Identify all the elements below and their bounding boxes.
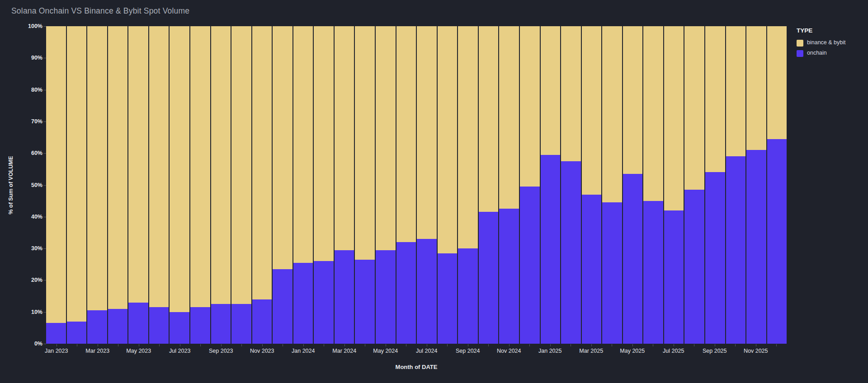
bar-segment-binance-bybit[interactable] <box>108 26 128 309</box>
bar-segment-binance-bybit[interactable] <box>128 26 148 303</box>
bar-segment-onchain[interactable] <box>211 304 231 344</box>
bar-nov-2025[interactable] <box>745 26 766 344</box>
bar-segment-onchain[interactable] <box>128 303 148 344</box>
bar-segment-onchain[interactable] <box>335 250 354 344</box>
bar-segment-binance-bybit[interactable] <box>67 26 87 322</box>
bar-mar-2023[interactable] <box>86 26 107 344</box>
bar-jan-2025[interactable] <box>540 26 561 344</box>
bar-jun-2024[interactable] <box>396 26 416 344</box>
bar-dec-2025[interactable] <box>766 26 787 344</box>
bar-aug-2023[interactable] <box>189 26 210 344</box>
bar-segment-onchain[interactable] <box>479 212 499 344</box>
bar-segment-binance-bybit[interactable] <box>190 26 210 307</box>
bar-segment-onchain[interactable] <box>396 242 416 344</box>
bar-jul-2024[interactable] <box>416 26 437 344</box>
bar-segment-binance-bybit[interactable] <box>705 26 725 172</box>
bar-nov-2023[interactable] <box>251 26 272 344</box>
bar-segment-binance-bybit[interactable] <box>273 26 292 269</box>
bar-jun-2023[interactable] <box>148 26 169 344</box>
bar-segment-onchain[interactable] <box>170 312 189 344</box>
bar-oct-2024[interactable] <box>478 26 499 344</box>
bar-segment-onchain[interactable] <box>705 172 725 344</box>
bar-apr-2023[interactable] <box>107 26 128 344</box>
bar-segment-binance-bybit[interactable] <box>170 26 189 312</box>
legend-item-onchain[interactable]: onchain <box>797 50 855 57</box>
bar-feb-2025[interactable] <box>560 26 581 344</box>
bar-segment-binance-bybit[interactable] <box>417 26 437 239</box>
bar-segment-binance-bybit[interactable] <box>684 26 704 190</box>
bar-segment-onchain[interactable] <box>561 161 581 344</box>
bar-segment-onchain[interactable] <box>190 307 210 344</box>
bar-jan-2023[interactable] <box>46 26 66 344</box>
bar-segment-onchain[interactable] <box>293 263 313 344</box>
bar-may-2025[interactable] <box>622 26 643 344</box>
bar-segment-binance-bybit[interactable] <box>355 26 375 260</box>
bar-nov-2024[interactable] <box>498 26 519 344</box>
bar-aug-2024[interactable] <box>437 26 458 344</box>
bar-segment-binance-bybit[interactable] <box>335 26 354 250</box>
bar-segment-binance-bybit[interactable] <box>499 26 519 209</box>
bar-segment-binance-bybit[interactable] <box>479 26 499 212</box>
bar-segment-onchain[interactable] <box>684 190 704 344</box>
bar-segment-onchain[interactable] <box>87 310 107 344</box>
bar-segment-onchain[interactable] <box>46 323 66 344</box>
bar-segment-binance-bybit[interactable] <box>87 26 107 310</box>
bar-jan-2024[interactable] <box>292 26 313 344</box>
bar-segment-onchain[interactable] <box>67 322 87 344</box>
bar-segment-binance-bybit[interactable] <box>623 26 643 174</box>
bar-segment-binance-bybit[interactable] <box>664 26 684 210</box>
bar-segment-binance-bybit[interactable] <box>252 26 272 299</box>
bar-dec-2024[interactable] <box>519 26 540 344</box>
bar-segment-binance-bybit[interactable] <box>211 26 231 304</box>
bar-segment-binance-bybit[interactable] <box>767 26 787 139</box>
bar-segment-onchain[interactable] <box>231 304 251 344</box>
bar-segment-binance-bybit[interactable] <box>231 26 251 304</box>
bar-segment-onchain[interactable] <box>726 156 746 344</box>
legend-item-binance_bybit[interactable]: binance & bybit <box>797 39 855 47</box>
bar-segment-onchain[interactable] <box>767 139 787 344</box>
bar-segment-binance-bybit[interactable] <box>458 26 478 248</box>
bar-segment-onchain[interactable] <box>108 309 128 344</box>
bar-segment-onchain[interactable] <box>602 202 622 344</box>
bar-segment-onchain[interactable] <box>252 299 272 344</box>
bar-apr-2024[interactable] <box>354 26 375 344</box>
bar-dec-2023[interactable] <box>272 26 292 344</box>
bar-jul-2023[interactable] <box>169 26 189 344</box>
bar-feb-2024[interactable] <box>313 26 334 344</box>
bar-segment-binance-bybit[interactable] <box>726 26 746 156</box>
bar-segment-binance-bybit[interactable] <box>746 26 766 150</box>
bar-sep-2023[interactable] <box>210 26 231 344</box>
bar-mar-2024[interactable] <box>334 26 354 344</box>
bar-segment-binance-bybit[interactable] <box>541 26 561 155</box>
bar-segment-onchain[interactable] <box>499 209 519 344</box>
bar-segment-binance-bybit[interactable] <box>293 26 313 263</box>
bar-segment-binance-bybit[interactable] <box>602 26 622 202</box>
bar-segment-binance-bybit[interactable] <box>149 26 169 307</box>
bar-segment-onchain[interactable] <box>643 201 663 344</box>
bar-segment-onchain[interactable] <box>541 155 561 344</box>
bar-segment-binance-bybit[interactable] <box>561 26 581 161</box>
bar-aug-2025[interactable] <box>684 26 704 344</box>
bar-segment-binance-bybit[interactable] <box>396 26 416 242</box>
bar-segment-onchain[interactable] <box>746 150 766 344</box>
bar-segment-binance-bybit[interactable] <box>520 26 540 187</box>
bar-segment-onchain[interactable] <box>623 174 643 344</box>
bar-segment-onchain[interactable] <box>458 248 478 344</box>
bar-segment-onchain[interactable] <box>582 195 602 344</box>
bar-apr-2025[interactable] <box>601 26 622 344</box>
bar-segment-onchain[interactable] <box>355 260 375 344</box>
bar-segment-onchain[interactable] <box>149 307 169 344</box>
bar-jul-2025[interactable] <box>663 26 684 344</box>
bar-segment-binance-bybit[interactable] <box>438 26 458 253</box>
bar-segment-onchain[interactable] <box>376 250 396 344</box>
bar-segment-onchain[interactable] <box>520 187 540 344</box>
bar-oct-2023[interactable] <box>231 26 251 344</box>
bar-jun-2025[interactable] <box>642 26 663 344</box>
bar-may-2023[interactable] <box>127 26 148 344</box>
bar-sep-2025[interactable] <box>704 26 725 344</box>
bar-segment-binance-bybit[interactable] <box>582 26 602 195</box>
bar-segment-binance-bybit[interactable] <box>643 26 663 201</box>
bar-segment-onchain[interactable] <box>314 261 334 344</box>
bar-segment-onchain[interactable] <box>417 239 437 344</box>
bar-segment-binance-bybit[interactable] <box>314 26 334 261</box>
